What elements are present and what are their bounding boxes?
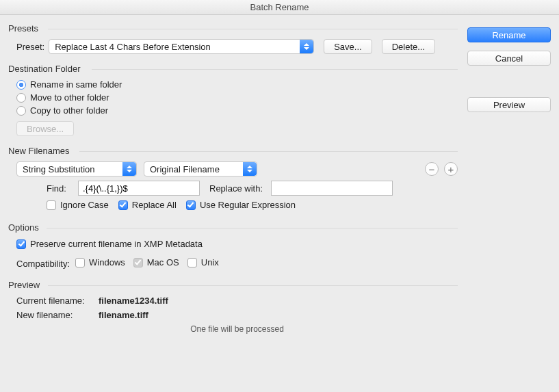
current-filename-label: Current filename: [16, 296, 99, 306]
radio-icon [16, 106, 26, 116]
checkbox-icon [118, 200, 128, 210]
checkbox-label: Ignore Case [60, 200, 109, 210]
preview-button[interactable]: Preview [467, 97, 551, 112]
updown-icon [243, 162, 257, 176]
new-filenames-title: New Filenames [8, 146, 458, 156]
delete-preset-button[interactable]: Delete... [382, 39, 435, 54]
preset-selected: Replace Last 4 Chars Before Extension [55, 42, 211, 52]
window-title: Batch Rename [0, 0, 559, 15]
radio-label: Copy to other folder [30, 105, 108, 116]
radio-icon [16, 80, 26, 90]
browse-button: Browse... [16, 121, 74, 136]
checkbox-icon [47, 200, 56, 210]
updown-icon [300, 40, 313, 53]
checkbox-label: Windows [89, 257, 125, 267]
source-select[interactable]: Original Filename [144, 161, 257, 177]
destination-group: Destination Folder Rename in same folder… [8, 64, 458, 136]
checkbox-label: Mac OS [147, 257, 179, 267]
current-filename-value: filename1234.tiff [99, 296, 168, 306]
checkbox-icon [75, 258, 85, 267]
checkbox-icon [16, 239, 26, 249]
preserve-xmp-checkbox[interactable]: Preserve current filename in XMP Metadat… [16, 239, 203, 249]
checkbox-icon [133, 258, 143, 267]
radio-copy-other[interactable]: Copy to other folder [16, 105, 108, 116]
preset-label: Preset: [16, 42, 44, 52]
checkbox-label: Use Regular Expression [200, 200, 296, 210]
radio-label: Rename in same folder [30, 79, 122, 90]
find-label: Find: [47, 183, 74, 194]
options-title: Options [8, 222, 458, 233]
find-input[interactable] [78, 181, 200, 196]
updown-icon [122, 162, 136, 176]
preset-select[interactable]: Replace Last 4 Chars Before Extension [49, 39, 314, 54]
new-filenames-group: New Filenames String Substitution Origin… [8, 146, 458, 213]
compat-macos-checkbox: Mac OS [133, 257, 179, 267]
rename-button[interactable]: Rename [467, 27, 551, 42]
action-sidebar: Rename Cancel Preview [467, 23, 551, 387]
radio-icon [16, 93, 26, 103]
radio-move-other[interactable]: Move to other folder [16, 92, 109, 103]
checkbox-label: Replace All [132, 200, 177, 210]
new-filename-label: New filename: [16, 310, 99, 320]
compat-unix-checkbox[interactable]: Unix [187, 257, 219, 267]
substitution-type-select[interactable]: String Substitution [16, 161, 137, 177]
radio-rename-same[interactable]: Rename in same folder [16, 79, 122, 90]
remove-rule-button[interactable]: − [425, 162, 439, 176]
replace-all-checkbox[interactable]: Replace All [118, 200, 177, 210]
checkbox-label: Preserve current filename in XMP Metadat… [30, 239, 203, 249]
plus-icon: + [448, 164, 454, 174]
save-preset-button[interactable]: Save... [324, 39, 372, 54]
options-group: Options Preserve current filename in XMP… [8, 222, 458, 270]
checkbox-icon [187, 258, 197, 267]
ignore-case-checkbox[interactable]: Ignore Case [47, 200, 109, 210]
use-regex-checkbox[interactable]: Use Regular Expression [186, 200, 296, 210]
cancel-button[interactable]: Cancel [467, 51, 551, 66]
compatibility-label: Compatibility: [16, 259, 70, 269]
preview-group: Preview Current filename: filename1234.t… [8, 280, 458, 334]
checkbox-label: Unix [201, 257, 219, 267]
preview-status: One file will be processed [16, 324, 458, 334]
minus-icon: − [429, 164, 435, 174]
radio-label: Move to other folder [30, 92, 109, 103]
presets-title: Presets [8, 23, 458, 34]
replace-input[interactable] [271, 181, 393, 196]
add-rule-button[interactable]: + [444, 162, 458, 176]
presets-group: Presets Preset: Replace Last 4 Chars Bef… [8, 23, 458, 54]
destination-title: Destination Folder [8, 64, 458, 74]
select-value: String Substitution [23, 164, 95, 174]
new-filename-value: filename.tiff [99, 310, 148, 320]
compat-windows-checkbox[interactable]: Windows [75, 257, 125, 267]
preview-title: Preview [8, 280, 458, 290]
select-value: Original Filename [150, 164, 220, 174]
replace-label: Replace with: [209, 183, 263, 194]
checkbox-icon [186, 200, 196, 210]
